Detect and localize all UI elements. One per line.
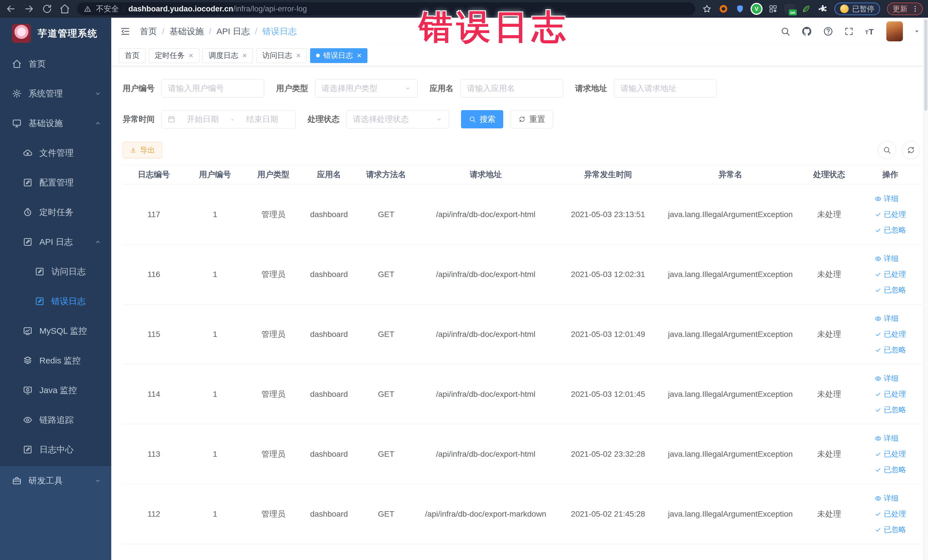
sidebar-item-mysql[interactable]: MySQL 监控: [0, 316, 111, 346]
table-row: 1161管理员dashboardGET/api/infra/db-doc/exp…: [123, 244, 922, 304]
sidebar-item-error-log[interactable]: 错误日志: [0, 287, 111, 316]
browser-reload-icon[interactable]: [42, 3, 52, 14]
sidebar-item-config[interactable]: 配置管理: [0, 168, 111, 197]
req-url-input[interactable]: [614, 79, 717, 98]
profile-paused-pill[interactable]: 已暂停: [835, 3, 880, 15]
extension-icon-shield[interactable]: [735, 4, 745, 14]
sidebar-item-job[interactable]: 定时任务: [0, 197, 111, 227]
browser-update-button[interactable]: 更新: [887, 3, 923, 15]
sidebar-collapse-button[interactable]: [120, 26, 131, 37]
fullscreen-icon[interactable]: [844, 26, 854, 36]
action-已忽略[interactable]: 已忽略: [875, 225, 906, 235]
toggle-search-button[interactable]: [878, 141, 896, 159]
extensions-puzzle-icon[interactable]: [818, 4, 827, 14]
browser-forward-icon[interactable]: [23, 3, 35, 15]
user-avatar[interactable]: [886, 21, 903, 41]
tab-label: 定时任务: [155, 50, 185, 61]
chevron-down-icon: [436, 116, 443, 123]
action-已处理[interactable]: 已处理: [875, 209, 906, 220]
cell-request-url: /api/infra/db-doc/export-html: [416, 244, 556, 304]
tab-首页[interactable]: 首页: [119, 48, 145, 63]
action-已忽略[interactable]: 已忽略: [875, 525, 906, 535]
sidebar-item-label: 文件管理: [40, 147, 73, 159]
breadcrumb-item-0[interactable]: 首页: [140, 26, 157, 37]
sidebar-item-dev-tools[interactable]: 研发工具: [0, 466, 111, 496]
tab-close-icon[interactable]: ×: [296, 52, 301, 60]
search-icon: [883, 146, 891, 154]
action-已处理[interactable]: 已处理: [875, 329, 906, 339]
sidebar-item-api-log[interactable]: API 日志: [0, 227, 111, 257]
sidebar-item-home[interactable]: 首页: [0, 49, 111, 79]
app-name-input[interactable]: [461, 79, 563, 98]
export-button[interactable]: 导出: [123, 142, 162, 158]
tab-错误日志[interactable]: 错误日志×: [310, 48, 368, 63]
breadcrumb-item-2[interactable]: API 日志: [217, 26, 250, 37]
refresh-table-button[interactable]: [902, 141, 920, 159]
browser-home-icon[interactable]: [60, 3, 70, 14]
cell-log-id: 114: [123, 364, 185, 424]
cell-status: 未处理: [800, 244, 858, 304]
font-size-icon[interactable]: TT: [865, 26, 876, 37]
tab-close-icon[interactable]: ×: [357, 52, 362, 60]
user-type-select[interactable]: 请选择用户类型: [315, 79, 418, 98]
github-icon[interactable]: [801, 26, 812, 37]
date-range-input[interactable]: 开始日期 - 结束日期: [162, 110, 296, 128]
sidebar-item-access-log[interactable]: 访问日志: [0, 257, 111, 287]
sidebar-item-log-center[interactable]: 日志中心: [0, 435, 111, 464]
action-已忽略[interactable]: 已忽略: [875, 405, 906, 415]
filter-group-user-type: 用户类型请选择用户类型: [276, 79, 418, 98]
browser-back-icon[interactable]: [5, 3, 17, 15]
action-已处理[interactable]: 已处理: [875, 509, 906, 519]
sidebar-item-file[interactable]: 文件管理: [0, 138, 111, 168]
extension-icon-green-v[interactable]: V: [752, 4, 762, 14]
action-详细[interactable]: 详细: [875, 194, 899, 204]
extension-icon-grid[interactable]: [768, 4, 778, 14]
extension-icon-dark[interactable]: on: [785, 4, 795, 14]
search-button[interactable]: 搜索: [461, 110, 503, 128]
breadcrumb-item-1[interactable]: 基础设施: [169, 26, 204, 37]
action-详细[interactable]: 详细: [875, 493, 899, 503]
cell-app-name: dashboard: [302, 304, 356, 364]
extension-icon-leaf[interactable]: [801, 4, 811, 14]
action-详细[interactable]: 详细: [875, 433, 899, 443]
tab-调度日志[interactable]: 调度日志×: [203, 48, 253, 63]
sidebar-item-system[interactable]: 系统管理: [0, 79, 111, 108]
action-已忽略[interactable]: 已忽略: [875, 465, 906, 475]
user-menu-caret-icon[interactable]: [914, 28, 920, 35]
table-row: 1151管理员dashboardGET/api/infra/db-doc/exp…: [123, 304, 922, 364]
app-logo[interactable]: 芋道管理系统: [0, 18, 111, 49]
reset-button[interactable]: 重置: [511, 110, 553, 128]
sidebar-item-java[interactable]: Java 监控: [0, 375, 111, 405]
cell-user-type: 管理员: [245, 364, 302, 424]
action-已处理[interactable]: 已处理: [875, 389, 906, 399]
help-icon[interactable]: [823, 26, 833, 37]
eye-icon: [23, 415, 32, 425]
tab-定时任务[interactable]: 定时任务×: [149, 48, 199, 63]
user-id-input[interactable]: [162, 79, 264, 98]
scrollbar-thumb[interactable]: [924, 20, 927, 111]
action-已处理[interactable]: 已处理: [875, 449, 906, 459]
sidebar-item-infra[interactable]: 基础设施: [0, 108, 111, 138]
tab-close-icon[interactable]: ×: [242, 52, 247, 60]
column-header-error-time: 异常发生时间: [555, 165, 661, 185]
extension-icon-donut[interactable]: [719, 4, 728, 14]
bookmark-star-icon[interactable]: [702, 4, 712, 14]
status-select[interactable]: 请选择处理状态: [346, 110, 449, 128]
page-scrollbar[interactable]: [923, 18, 928, 560]
action-详细[interactable]: 详细: [875, 253, 899, 264]
tab-访问日志[interactable]: 访问日志×: [256, 48, 307, 63]
error-log-table: 日志编号用户编号用户类型应用名请求方法名请求地址异常发生时间异常名处理状态操作 …: [123, 164, 922, 544]
active-tab-dot: [316, 53, 320, 57]
tab-close-icon[interactable]: ×: [189, 52, 193, 60]
sidebar-item-label: Java 监控: [40, 385, 77, 396]
action-已忽略[interactable]: 已忽略: [875, 345, 906, 355]
sidebar-item-label: 首页: [29, 58, 46, 70]
sidebar-item-redis[interactable]: Redis 监控: [0, 346, 111, 375]
address-bar[interactable]: 不安全 dashboard.yudao.iocoder.cn/infra/log…: [77, 2, 695, 15]
action-已处理[interactable]: 已处理: [875, 269, 906, 279]
action-详细[interactable]: 详细: [875, 374, 899, 383]
header-search-icon[interactable]: [780, 26, 791, 37]
action-已忽略[interactable]: 已忽略: [875, 285, 906, 295]
action-详细[interactable]: 详细: [875, 314, 899, 323]
sidebar-item-trace[interactable]: 链路追踪: [0, 405, 111, 435]
